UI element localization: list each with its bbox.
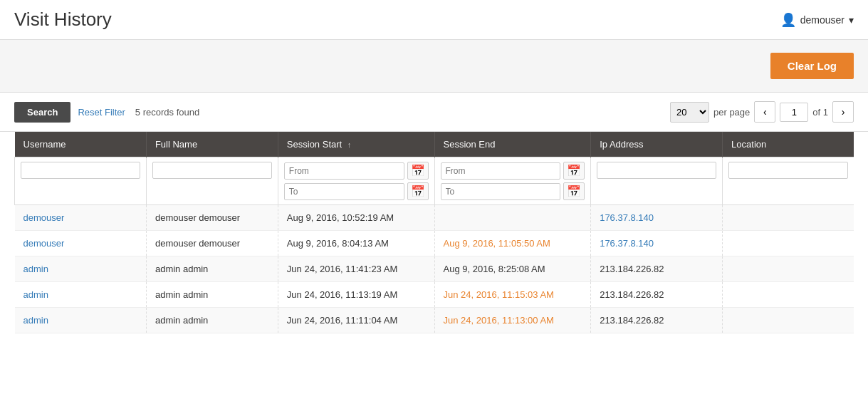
clear-log-button[interactable]: Clear Log [770, 53, 854, 79]
filter-location [723, 157, 854, 205]
user-icon: 👤 [780, 12, 796, 28]
cell-fullname: admin admin [146, 282, 278, 308]
session-end-from-input[interactable] [441, 162, 561, 180]
cell-location [723, 205, 854, 231]
username-link[interactable]: admin [23, 315, 48, 326]
col-full-name: Full Name [146, 132, 278, 157]
cell-session-start: Aug 9, 2016, 8:04:13 AM [278, 231, 434, 256]
cell-session-start: Aug 9, 2016, 10:52:19 AM [278, 205, 434, 231]
calendar-icon-ss-to[interactable]: 📅 [407, 182, 429, 200]
visit-history-table: Username Full Name Session Start ↑ Sessi… [14, 132, 854, 333]
cell-username: admin [15, 308, 147, 333]
pagination-controls: 20 50 100 per page ‹ of 1 › [670, 101, 854, 123]
username-filter-input[interactable] [21, 162, 140, 179]
col-ip-address: Ip Address [591, 132, 723, 157]
col-username: Username [15, 132, 147, 157]
ip-link[interactable]: 176.37.8.140 [600, 238, 654, 249]
col-location: Location [723, 132, 854, 157]
calendar-icon-se-from[interactable]: 📅 [563, 162, 585, 180]
cell-fullname: admin admin [146, 256, 278, 282]
filter-row: 📅 📅 📅 [15, 157, 854, 205]
calendar-icon-se-to[interactable]: 📅 [563, 182, 585, 200]
session-end-to-input[interactable] [441, 183, 561, 200]
session-start-from-input[interactable] [284, 162, 404, 180]
table-row: adminadmin adminJun 24, 2016, 11:41:23 A… [15, 256, 854, 282]
sort-asc-icon: ↑ [347, 140, 352, 149]
username-link[interactable]: demouser [23, 212, 65, 223]
cell-username: demouser [15, 231, 147, 256]
filter-username [15, 157, 147, 205]
cell-fullname: admin admin [146, 308, 278, 333]
toolbar: Clear Log [0, 40, 868, 93]
table-row: adminadmin adminJun 24, 2016, 11:13:19 A… [15, 282, 854, 308]
location-filter-input[interactable] [728, 162, 848, 179]
cell-ip: 213.184.226.82 [591, 282, 723, 308]
filter-fullname [146, 157, 278, 205]
username-link[interactable]: admin [23, 289, 48, 300]
cell-ip: 213.184.226.82 [591, 256, 723, 282]
username-link[interactable]: admin [23, 264, 48, 274]
table-header-row: Username Full Name Session Start ↑ Sessi… [15, 132, 854, 157]
search-button[interactable]: Search [14, 102, 70, 123]
cell-username: admin [15, 256, 147, 282]
page-title: Visit History [14, 9, 112, 31]
cell-fullname: demouser demouser [146, 205, 278, 231]
cell-session-end: Aug 9, 2016, 8:25:08 AM [434, 256, 591, 282]
cell-ip: 213.184.226.82 [591, 308, 723, 333]
filter-ip [591, 157, 723, 205]
cell-fullname: demouser demouser [146, 231, 278, 256]
filter-session-start: 📅 📅 [278, 157, 434, 205]
chevron-down-icon: ▾ [849, 14, 854, 26]
table-container: Username Full Name Session Start ↑ Sessi… [0, 132, 868, 348]
cell-session-start: Jun 24, 2016, 11:41:23 AM [278, 256, 434, 282]
cell-ip: 176.37.8.140 [591, 205, 723, 231]
username-label: demouser [800, 14, 845, 26]
cell-session-end [434, 205, 591, 231]
table-row: adminadmin adminJun 24, 2016, 11:11:04 A… [15, 308, 854, 333]
next-page-button[interactable]: › [832, 101, 854, 123]
cell-session-end: Jun 24, 2016, 11:15:03 AM [434, 282, 591, 308]
cell-session-start: Jun 24, 2016, 11:13:19 AM [278, 282, 434, 308]
search-bar: Search Reset Filter 5 records found 20 5… [0, 93, 868, 132]
cell-ip: 176.37.8.140 [591, 231, 723, 256]
cell-location [723, 282, 854, 308]
col-session-end: Session End [434, 132, 591, 157]
ip-filter-input[interactable] [597, 162, 716, 179]
cell-username: admin [15, 282, 147, 308]
calendar-icon-ss-from[interactable]: 📅 [407, 162, 429, 180]
cell-session-end: Aug 9, 2016, 11:05:50 AM [434, 231, 591, 256]
user-menu[interactable]: 👤 demouser ▾ [780, 12, 854, 28]
cell-location [723, 231, 854, 256]
ip-link[interactable]: 176.37.8.140 [600, 212, 654, 223]
username-link[interactable]: demouser [23, 238, 65, 249]
table-row: demouserdemouser demouserAug 9, 2016, 8:… [15, 231, 854, 256]
cell-location [723, 308, 854, 333]
page-number-input[interactable] [780, 103, 808, 122]
records-count: 5 records found [135, 107, 199, 118]
prev-page-button[interactable]: ‹ [754, 101, 775, 123]
cell-session-start: Jun 24, 2016, 11:11:04 AM [278, 308, 434, 333]
reset-filter-link[interactable]: Reset Filter [78, 107, 125, 118]
session-start-to-input[interactable] [284, 183, 404, 200]
per-page-label: per page [713, 107, 750, 118]
of-label: of 1 [812, 107, 828, 118]
cell-location [723, 256, 854, 282]
filter-session-end: 📅 📅 [434, 157, 591, 205]
cell-username: demouser [15, 205, 147, 231]
col-session-start[interactable]: Session Start ↑ [278, 132, 434, 157]
cell-session-end: Jun 24, 2016, 11:13:00 AM [434, 308, 591, 333]
page-header: Visit History 👤 demouser ▾ [0, 0, 868, 40]
fullname-filter-input[interactable] [152, 162, 272, 179]
per-page-select[interactable]: 20 50 100 [670, 102, 709, 123]
table-row: demouserdemouser demouserAug 9, 2016, 10… [15, 205, 854, 231]
